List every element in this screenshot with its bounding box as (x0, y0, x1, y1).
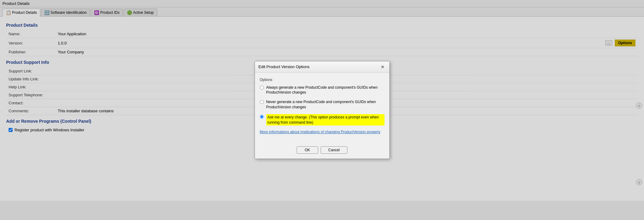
radio-option-2: Never generate a new ProductCode and com… (260, 99, 384, 110)
radio-input-2[interactable] (260, 100, 264, 104)
radio-label-3[interactable]: Ask me at every change. (This option pro… (266, 114, 384, 126)
dialog-body: Options Always generate a new ProductCod… (255, 73, 389, 144)
dialog-buttons: OK Cancel (255, 144, 389, 159)
radio-label-2[interactable]: Never generate a new ProductCode and com… (266, 99, 384, 110)
radio-option-1: Always generate a new ProductCode and co… (260, 85, 384, 95)
radio-option-3: Ask me at every change. (This option pro… (260, 114, 384, 126)
more-info-link[interactable]: More informations about implications of … (260, 130, 384, 134)
dialog-close-button[interactable]: ✕ (380, 64, 386, 70)
dialog-cancel-button[interactable]: Cancel (321, 146, 347, 154)
options-section-label: Options (260, 78, 384, 82)
dialog-ok-button[interactable]: OK (297, 146, 318, 154)
main-content: Product Details Name: Your Application V… (0, 17, 644, 201)
radio-input-3[interactable] (260, 115, 264, 119)
dialog-titlebar: Edit Product Version Options ✕ (255, 61, 389, 73)
dialog-overlay: Edit Product Version Options ✕ Options A… (0, 0, 644, 201)
radio-input-1[interactable] (260, 86, 264, 90)
dialog-title: Edit Product Version Options (259, 64, 310, 69)
radio-label-1[interactable]: Always generate a new ProductCode and co… (266, 85, 384, 95)
dialog: Edit Product Version Options ✕ Options A… (255, 61, 390, 159)
